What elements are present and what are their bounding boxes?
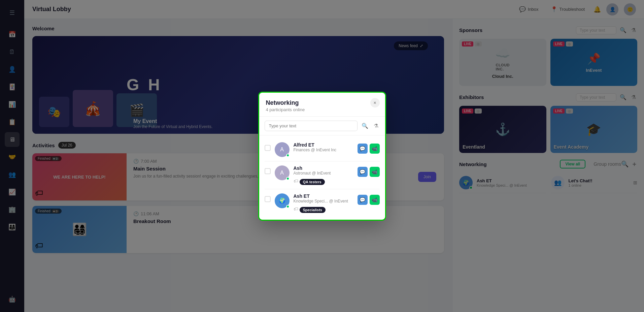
participant-online-3	[286, 205, 290, 208]
participant-online-2	[286, 177, 290, 180]
modal-search-input[interactable]	[265, 121, 358, 131]
modal-search: 🔍 ⚗	[259, 117, 385, 135]
modal-title: Networking	[266, 99, 378, 106]
modal-search-icon[interactable]: 🔍	[360, 121, 370, 130]
participant-checkbox-3[interactable]	[265, 196, 271, 202]
participant-avatar-1: A	[275, 142, 290, 157]
participant-actions-2: 💬 📹	[358, 167, 380, 177]
participant-role-2: Astronaut @ InEvent	[294, 171, 353, 176]
participant-avatar-2: A	[275, 165, 290, 180]
participant-name-2: Ash	[294, 165, 353, 171]
participant-info-1: Alfred ET Finances @ InEvent Inc	[294, 142, 353, 152]
participant-checkbox-2[interactable]	[265, 168, 271, 174]
participant-tag-row-2: 🏷 QA testers	[294, 177, 353, 185]
participant-avatar-3: 🌍	[275, 193, 290, 208]
participant-chat-button-3[interactable]: 💬	[358, 195, 368, 205]
participant-info-3: Ash ET Knowledge Speci... @ InEvent 🏷 Sp…	[294, 193, 353, 213]
participant-role-1: Finances @ InEvent Inc	[294, 148, 353, 152]
modal-overlay[interactable]: Networking 4 participants online × 🔍 ⚗ A…	[0, 0, 644, 312]
modal-close-button[interactable]: ×	[370, 98, 380, 107]
tag-icon-3: 🏷	[294, 206, 298, 212]
participant-video-button-2[interactable]: 📹	[370, 167, 380, 177]
modal-subtitle: 4 participants online	[266, 107, 378, 112]
participant-chat-button-2[interactable]: 💬	[358, 167, 368, 177]
participant-tag-row-3: 🏷 Specialists	[294, 205, 353, 213]
participant-video-button-3[interactable]: 📹	[370, 195, 380, 205]
participant-checkbox-1[interactable]	[265, 145, 271, 151]
participant-chat-button-1[interactable]: 💬	[358, 144, 368, 154]
participant-actions-1: 💬 📹	[358, 144, 380, 154]
networking-modal: Networking 4 participants online × 🔍 ⚗ A…	[258, 92, 386, 221]
participant-name-1: Alfred ET	[294, 142, 353, 148]
participant-video-button-1[interactable]: 📹	[370, 144, 380, 154]
participant-name-3: Ash ET	[294, 193, 353, 199]
participant-online-1	[286, 154, 290, 157]
participant-avatar-globe: 🌍	[279, 197, 285, 204]
participant-row-3: 🌍 Ash ET Knowledge Speci... @ InEvent 🏷 …	[259, 189, 385, 217]
modal-filter-icon[interactable]: ⚗	[372, 121, 380, 130]
modal-body: A Alfred ET Finances @ InEvent Inc 💬 📹 A	[259, 135, 385, 220]
participant-info-2: Ash Astronaut @ InEvent 🏷 QA testers	[294, 165, 353, 185]
participant-row-2: A Ash Astronaut @ InEvent 🏷 QA testers 💬…	[259, 161, 385, 189]
participant-role-3: Knowledge Speci... @ InEvent	[294, 199, 353, 204]
tag-icon-2: 🏷	[294, 178, 298, 184]
participant-actions-3: 💬 📹	[358, 195, 380, 205]
participant-tag-3: Specialists	[300, 207, 326, 213]
modal-header: Networking 4 participants online ×	[259, 93, 385, 117]
participant-avatar-letter-2: A	[280, 170, 284, 176]
participant-tag-2: QA testers	[300, 179, 325, 185]
participant-avatar-letter-1: A	[280, 147, 284, 153]
participant-row-1: A Alfred ET Finances @ InEvent Inc 💬 📹	[259, 138, 385, 161]
